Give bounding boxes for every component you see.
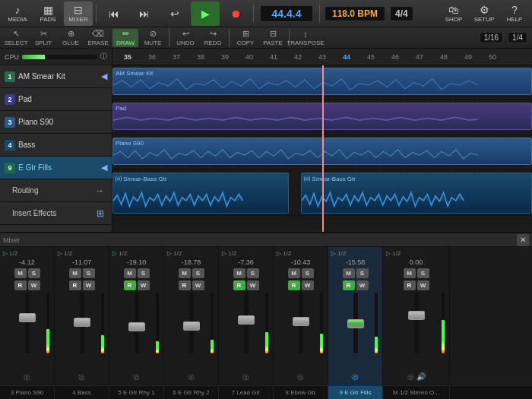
ch-record-6[interactable]: R bbox=[343, 280, 355, 290]
track-3-label[interactable]: 3 Piano S90 bbox=[0, 111, 112, 134]
ch-eq-icon-2[interactable]: ◎ bbox=[133, 372, 140, 381]
ch-write-6[interactable]: W bbox=[356, 280, 369, 290]
ch-db-6: -15.58 bbox=[330, 258, 381, 266]
mixer-close-button[interactable]: ✕ bbox=[517, 234, 529, 246]
quantize-display[interactable]: 1/16 bbox=[480, 32, 503, 43]
transpose-button[interactable]: ↕ TRANSPOSE bbox=[293, 29, 318, 47]
mixer-tab-1[interactable]: 4 Bass bbox=[55, 386, 109, 399]
ch-record-4[interactable]: R bbox=[233, 280, 245, 290]
mixer-tab-5[interactable]: 8 Ebow Gtr bbox=[274, 386, 328, 399]
fader-handle-5[interactable] bbox=[293, 317, 309, 326]
ch-record-0[interactable]: R bbox=[14, 280, 27, 290]
ch-foot-1: ◎ bbox=[56, 369, 107, 384]
ch-solo-0[interactable]: S bbox=[28, 268, 40, 278]
ch-mute-4[interactable]: M bbox=[233, 268, 245, 278]
ch-write-5[interactable]: W bbox=[302, 280, 314, 290]
rewind-button[interactable]: ⏮ bbox=[100, 2, 128, 26]
ch-solo-2[interactable]: S bbox=[138, 268, 150, 278]
track-1-label[interactable]: 1 AM Smear Kit ◀ bbox=[0, 65, 112, 88]
ch-mute-0[interactable]: M bbox=[14, 268, 27, 278]
split-tool[interactable]: ✂ SPLIT bbox=[30, 29, 56, 47]
setup-button[interactable]: ⚙ SETUP bbox=[470, 2, 499, 26]
time-sig-display[interactable]: 4/4 bbox=[390, 6, 413, 21]
ch-eq-icon-1[interactable]: ◎ bbox=[78, 372, 85, 381]
track-1-name: AM Smear Kit bbox=[18, 72, 98, 81]
ch-write-2[interactable]: W bbox=[138, 280, 150, 290]
ch-solo-3[interactable]: S bbox=[192, 268, 204, 278]
select-tool[interactable]: ↖ SELECT bbox=[3, 29, 29, 47]
ch-buttons2-3: R W bbox=[166, 280, 217, 290]
ch-record-3[interactable]: R bbox=[179, 280, 191, 290]
ch-mute-2[interactable]: M bbox=[124, 268, 136, 278]
pads-button[interactable]: ▦ PADS bbox=[33, 2, 62, 26]
media-button[interactable]: ♪ MEDIA bbox=[3, 2, 32, 26]
shop-button[interactable]: 🛍 SHOP bbox=[439, 2, 468, 26]
ch-record-1[interactable]: R bbox=[69, 280, 81, 290]
glue-tool[interactable]: ⊕ GLUE bbox=[58, 29, 84, 47]
ch-eq-icon-3[interactable]: ◎ bbox=[188, 372, 195, 381]
play-button[interactable]: ▶ bbox=[191, 2, 220, 26]
ch-record-7[interactable]: R bbox=[404, 280, 416, 290]
ch-eq-icon-7[interactable]: ◎ bbox=[407, 372, 414, 381]
ch-mute-5[interactable]: M bbox=[288, 268, 300, 278]
ch-mute-7[interactable]: M bbox=[404, 268, 416, 278]
bpm-display[interactable]: 118.0 BPM bbox=[325, 6, 385, 21]
clip-bass-1[interactable]: ⒜ Smear-Bass Gtr bbox=[112, 173, 289, 214]
ch-write-7[interactable]: W bbox=[417, 280, 429, 290]
ch-mute-3[interactable]: M bbox=[179, 268, 191, 278]
loop-button[interactable]: ↩ bbox=[160, 2, 189, 26]
track-2-label[interactable]: 2 Pad bbox=[0, 88, 112, 111]
ch-solo-1[interactable]: S bbox=[83, 268, 95, 278]
copy-button[interactable]: ⊞ COPY bbox=[233, 29, 258, 47]
transport-time[interactable]: 44.4.4 bbox=[260, 5, 313, 22]
mixer-tab-6[interactable]: 9 E Gtr Fills bbox=[328, 386, 383, 399]
ch-eq-icon-4[interactable]: ◎ bbox=[242, 372, 249, 381]
zoom-display[interactable]: 1/4 bbox=[508, 32, 527, 43]
fader-handle-0[interactable] bbox=[19, 313, 36, 322]
mixer-button[interactable]: ⊟ MIXER bbox=[64, 2, 93, 26]
paste-button[interactable]: ⊟ PASTE bbox=[260, 29, 286, 47]
fader-handle-3[interactable] bbox=[183, 321, 200, 331]
fader-handle-1[interactable] bbox=[74, 318, 90, 327]
fader-handle-2[interactable] bbox=[128, 322, 145, 331]
routing-item[interactable]: Routing → bbox=[0, 179, 112, 202]
help-button[interactable]: ? HELP bbox=[500, 2, 529, 26]
mixer-tab-3[interactable]: 6 E Gtr Rhy 2 bbox=[164, 386, 219, 399]
ch-record-5[interactable]: R bbox=[288, 280, 300, 290]
ch-solo-4[interactable]: S bbox=[247, 268, 259, 278]
ch-solo-5[interactable]: S bbox=[302, 268, 314, 278]
mixer-tab-7[interactable]: M 1/2 Stereo O... bbox=[383, 386, 450, 399]
ch-write-0[interactable]: W bbox=[28, 280, 40, 290]
mixer-tab-2[interactable]: 5 E Gtr Rhy 1 bbox=[109, 386, 164, 399]
fader-handle-6[interactable] bbox=[347, 319, 364, 328]
ch-write-1[interactable]: W bbox=[83, 280, 95, 290]
ch-eq-icon-5[interactable]: ◎ bbox=[297, 372, 304, 381]
ch-solo-7[interactable]: S bbox=[417, 268, 429, 278]
track-4-label[interactable]: 4 Bass bbox=[0, 134, 112, 157]
mixer-tab-4[interactable]: 7 Lead Gtr bbox=[219, 386, 274, 399]
mixer-tab-0[interactable]: 3 Piano S90 bbox=[0, 386, 55, 399]
ch-eq-icon-0[interactable]: ◎ bbox=[24, 372, 30, 381]
fader-handle-7[interactable] bbox=[408, 311, 425, 320]
ch-speaker-icon-7[interactable]: 🔊 bbox=[416, 372, 426, 381]
mute-tool[interactable]: ⊘ MUTE bbox=[140, 29, 166, 47]
redo-button[interactable]: ↪ REDO bbox=[200, 29, 226, 47]
ch-record-2[interactable]: R bbox=[124, 280, 136, 290]
ch-solo-6[interactable]: S bbox=[356, 268, 369, 278]
ch-eq-icon-6[interactable]: ◎ bbox=[352, 372, 359, 381]
ch-write-3[interactable]: W bbox=[192, 280, 204, 290]
insert-effects-item[interactable]: Insert Effects ⊞ bbox=[0, 202, 112, 225]
undo-button[interactable]: ↩ UNDO bbox=[173, 29, 198, 47]
copy-icon: ⊞ bbox=[242, 29, 249, 39]
timeline-ruler[interactable]: 35 36 37 38 39 40 41 42 43 44 45 46 47 4… bbox=[112, 49, 532, 65]
fader-handle-4[interactable] bbox=[238, 315, 255, 325]
record-button[interactable]: ⏺ bbox=[221, 2, 250, 26]
ch-write-4[interactable]: W bbox=[247, 280, 259, 290]
selected-track-label[interactable]: 9 E Gtr Fills ◀ bbox=[0, 157, 112, 179]
erase-tool[interactable]: ⌫ ERASE bbox=[85, 29, 111, 47]
draw-tool[interactable]: ✏ DRAW bbox=[112, 29, 138, 47]
ch-mute-6[interactable]: M bbox=[343, 268, 355, 278]
ch-mute-1[interactable]: M bbox=[69, 268, 81, 278]
clip-bass-2[interactable]: ⒜ Smear-Bass Gtr bbox=[301, 173, 532, 214]
fast-forward-button[interactable]: ⏭ bbox=[130, 2, 159, 26]
